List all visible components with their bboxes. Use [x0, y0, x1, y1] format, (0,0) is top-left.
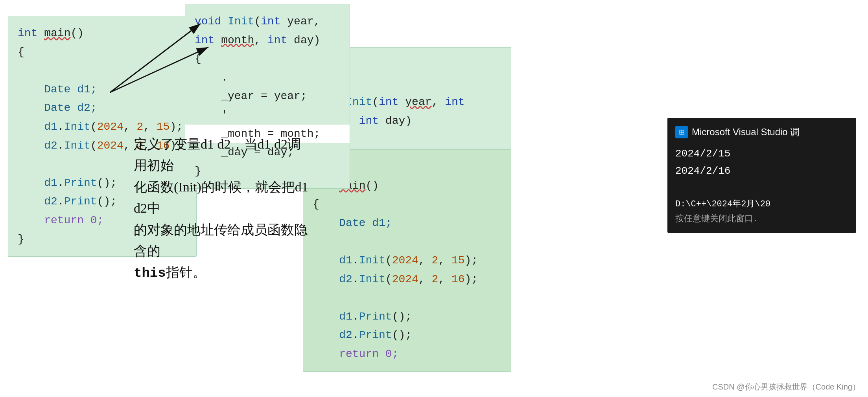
- code-line: {: [313, 195, 501, 214]
- keyword-int: int: [18, 27, 37, 39]
- code-line: ': [195, 106, 340, 125]
- code-line: _year = year;: [195, 87, 340, 106]
- code-line: d1.Init(2024, 2, 15);: [313, 251, 501, 270]
- annotation-content: 定义了变量d1 d2，当d1 d2调用初始化函数(Init)的时候，就会把d1 …: [134, 137, 308, 279]
- code-line: Date d2;: [18, 99, 187, 118]
- code-line: int main(): [18, 24, 187, 43]
- output-line-3: [675, 180, 848, 197]
- code-line: void Init(int year, int month, int day): [195, 12, 340, 50]
- output-line-1: 2024/2/15: [675, 145, 848, 162]
- code-line: return 0;: [313, 345, 501, 364]
- vs-title: Microsoft Visual Studio 调: [692, 124, 800, 140]
- code-line: d2.Init(2024, 2, 16);: [313, 270, 501, 289]
- code-line: Date d1;: [18, 80, 187, 99]
- vs-icon: ⊞: [675, 126, 688, 138]
- vs-header: ⊞ Microsoft Visual Studio 调: [675, 124, 848, 140]
- output-hint: 按任意键关闭此窗口.: [675, 212, 848, 226]
- code-line: {: [195, 50, 340, 68]
- code-line: d2.Print();: [313, 326, 501, 345]
- output-path: D:\C++\2024年2月\20: [675, 197, 848, 211]
- code-line: d1.Print();: [313, 307, 501, 326]
- code-line: .: [195, 68, 340, 87]
- output-line-2: 2024/2/16: [675, 162, 848, 180]
- code-line: [313, 232, 501, 251]
- code-line: [18, 61, 187, 80]
- code-line: {: [18, 43, 187, 62]
- watermark: CSDN @你心男孩拯救世界（Code King）: [712, 382, 860, 392]
- code-line: Date d1;: [313, 214, 501, 233]
- vs-output-panel: ⊞ Microsoft Visual Studio 调 2024/2/15 20…: [667, 118, 856, 233]
- annotation-text: 定义了变量d1 d2，当d1 d2调用初始化函数(Init)的时候，就会把d1 …: [134, 134, 311, 284]
- vs-output: 2024/2/15 2024/2/16 D:\C++\2024年2月\20 按任…: [675, 145, 848, 226]
- code-line: [313, 289, 501, 307]
